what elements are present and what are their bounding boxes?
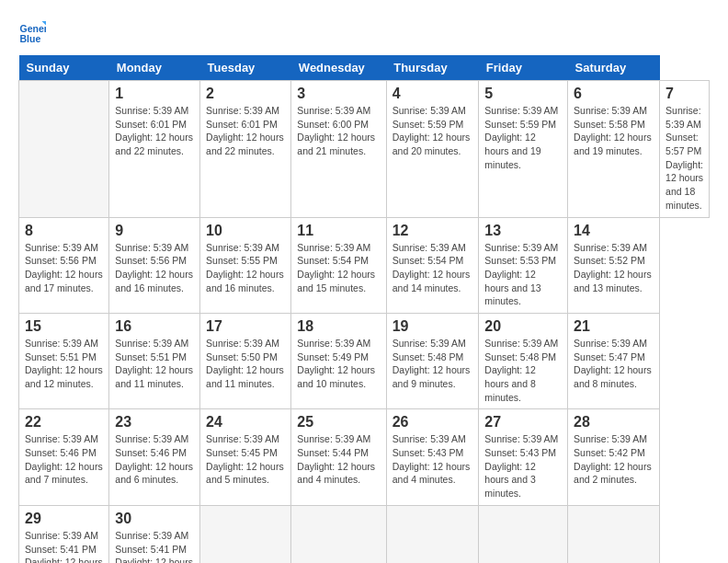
day-info: Sunrise: 5:39 AM Sunset: 5:57 PM Dayligh… <box>665 104 703 213</box>
day-cell-30: 30 Sunrise: 5:39 AM Sunset: 5:41 PM Dayl… <box>109 505 200 563</box>
day-info: Sunrise: 5:39 AM Sunset: 6:01 PM Dayligh… <box>206 104 285 158</box>
day-cell-19: 19 Sunrise: 5:39 AM Sunset: 5:48 PM Dayl… <box>386 313 479 408</box>
day-cell-5: 5 Sunrise: 5:39 AM Sunset: 5:59 PM Dayli… <box>479 81 568 218</box>
day-number: 4 <box>392 86 473 102</box>
day-cell-7: 7 Sunrise: 5:39 AM Sunset: 5:57 PM Dayli… <box>660 81 710 218</box>
day-info: Sunrise: 5:39 AM Sunset: 5:52 PM Dayligh… <box>574 241 654 295</box>
day-info: Sunrise: 5:39 AM Sunset: 5:43 PM Dayligh… <box>484 432 562 500</box>
day-number: 12 <box>392 223 473 239</box>
day-info: Sunrise: 5:39 AM Sunset: 5:45 PM Dayligh… <box>206 432 285 487</box>
col-header-friday: Friday <box>479 55 568 81</box>
day-cell-10: 10 Sunrise: 5:39 AM Sunset: 5:55 PM Dayl… <box>200 217 291 313</box>
day-cell-8: 8 Sunrise: 5:39 AM Sunset: 5:56 PM Dayli… <box>19 217 109 313</box>
day-info: Sunrise: 5:39 AM Sunset: 5:41 PM Dayligh… <box>115 529 194 563</box>
day-number: 8 <box>25 223 103 239</box>
day-cell-14: 14 Sunrise: 5:39 AM Sunset: 5:52 PM Dayl… <box>568 217 660 313</box>
day-info: Sunrise: 5:39 AM Sunset: 5:48 PM Dayligh… <box>484 337 562 404</box>
day-cell-20: 20 Sunrise: 5:39 AM Sunset: 5:48 PM Dayl… <box>479 313 568 408</box>
day-number: 20 <box>484 318 562 335</box>
day-number: 24 <box>206 414 285 431</box>
day-info: Sunrise: 5:39 AM Sunset: 5:54 PM Dayligh… <box>392 241 473 295</box>
empty-cell <box>568 505 660 563</box>
empty-cell <box>291 505 386 563</box>
day-info: Sunrise: 5:39 AM Sunset: 5:51 PM Dayligh… <box>25 337 103 391</box>
day-number: 22 <box>25 414 103 431</box>
day-info: Sunrise: 5:39 AM Sunset: 5:43 PM Dayligh… <box>392 432 473 487</box>
calendar-header-row: SundayMondayTuesdayWednesdayThursdayFrid… <box>19 55 710 81</box>
day-info: Sunrise: 5:39 AM Sunset: 5:49 PM Dayligh… <box>297 337 380 391</box>
day-cell-3: 3 Sunrise: 5:39 AM Sunset: 6:00 PM Dayli… <box>291 81 386 218</box>
day-number: 28 <box>574 414 654 431</box>
day-cell-17: 17 Sunrise: 5:39 AM Sunset: 5:50 PM Dayl… <box>200 313 291 408</box>
day-number: 6 <box>574 86 654 102</box>
day-cell-21: 21 Sunrise: 5:39 AM Sunset: 5:47 PM Dayl… <box>568 313 660 408</box>
day-number: 7 <box>665 86 703 102</box>
day-number: 16 <box>115 318 194 335</box>
day-number: 3 <box>297 86 380 102</box>
day-info: Sunrise: 5:39 AM Sunset: 5:47 PM Dayligh… <box>574 337 654 391</box>
day-cell-24: 24 Sunrise: 5:39 AM Sunset: 5:45 PM Dayl… <box>200 409 291 505</box>
day-cell-25: 25 Sunrise: 5:39 AM Sunset: 5:44 PM Dayl… <box>291 409 386 505</box>
day-number: 2 <box>206 86 285 102</box>
day-info: Sunrise: 5:39 AM Sunset: 6:00 PM Dayligh… <box>297 104 380 158</box>
day-number: 13 <box>484 223 562 239</box>
col-header-saturday: Saturday <box>568 55 660 81</box>
day-info: Sunrise: 5:39 AM Sunset: 5:44 PM Dayligh… <box>297 432 380 487</box>
day-number: 17 <box>206 318 285 335</box>
day-info: Sunrise: 5:39 AM Sunset: 5:46 PM Dayligh… <box>115 432 194 487</box>
day-cell-9: 9 Sunrise: 5:39 AM Sunset: 5:56 PM Dayli… <box>109 217 200 313</box>
day-info: Sunrise: 5:39 AM Sunset: 5:59 PM Dayligh… <box>392 104 473 158</box>
col-header-sunday: Sunday <box>19 55 109 81</box>
day-info: Sunrise: 5:39 AM Sunset: 5:50 PM Dayligh… <box>206 337 285 391</box>
day-cell-6: 6 Sunrise: 5:39 AM Sunset: 5:58 PM Dayli… <box>568 81 660 218</box>
week-row-1: 1 Sunrise: 5:39 AM Sunset: 6:01 PM Dayli… <box>19 81 710 218</box>
day-info: Sunrise: 5:39 AM Sunset: 5:42 PM Dayligh… <box>574 432 654 487</box>
empty-cell <box>386 505 479 563</box>
day-number: 18 <box>297 318 380 335</box>
day-info: Sunrise: 5:39 AM Sunset: 5:51 PM Dayligh… <box>115 337 194 391</box>
day-cell-13: 13 Sunrise: 5:39 AM Sunset: 5:53 PM Dayl… <box>479 217 568 313</box>
day-info: Sunrise: 5:39 AM Sunset: 5:56 PM Dayligh… <box>25 241 103 295</box>
day-info: Sunrise: 5:39 AM Sunset: 5:46 PM Dayligh… <box>25 432 103 487</box>
day-cell-16: 16 Sunrise: 5:39 AM Sunset: 5:51 PM Dayl… <box>109 313 200 408</box>
day-number: 1 <box>115 86 194 102</box>
day-info: Sunrise: 5:39 AM Sunset: 5:48 PM Dayligh… <box>392 337 473 391</box>
empty-cell <box>479 505 568 563</box>
day-number: 26 <box>392 414 473 431</box>
day-cell-28: 28 Sunrise: 5:39 AM Sunset: 5:42 PM Dayl… <box>568 409 660 505</box>
day-number: 10 <box>206 223 285 239</box>
week-row-5: 29 Sunrise: 5:39 AM Sunset: 5:41 PM Dayl… <box>19 505 710 563</box>
day-info: Sunrise: 5:39 AM Sunset: 5:59 PM Dayligh… <box>484 104 562 171</box>
day-info: Sunrise: 5:39 AM Sunset: 5:41 PM Dayligh… <box>25 529 103 563</box>
day-info: Sunrise: 5:39 AM Sunset: 5:56 PM Dayligh… <box>115 241 194 295</box>
day-info: Sunrise: 5:39 AM Sunset: 6:01 PM Dayligh… <box>115 104 194 158</box>
day-number: 23 <box>115 414 194 431</box>
col-header-tuesday: Tuesday <box>200 55 291 81</box>
day-cell-1: 1 Sunrise: 5:39 AM Sunset: 6:01 PM Dayli… <box>109 81 200 218</box>
day-number: 25 <box>297 414 380 431</box>
day-cell-22: 22 Sunrise: 5:39 AM Sunset: 5:46 PM Dayl… <box>19 409 109 505</box>
logo: General Blue <box>18 18 50 46</box>
day-cell-15: 15 Sunrise: 5:39 AM Sunset: 5:51 PM Dayl… <box>19 313 109 408</box>
logo-icon: General Blue <box>18 18 46 46</box>
calendar-table: SundayMondayTuesdayWednesdayThursdayFrid… <box>18 55 710 563</box>
empty-cell <box>200 505 291 563</box>
week-row-2: 8 Sunrise: 5:39 AM Sunset: 5:56 PM Dayli… <box>19 217 710 313</box>
day-number: 11 <box>297 223 380 239</box>
day-cell-4: 4 Sunrise: 5:39 AM Sunset: 5:59 PM Dayli… <box>386 81 479 218</box>
day-number: 29 <box>25 511 103 527</box>
day-number: 19 <box>392 318 473 335</box>
day-number: 9 <box>115 223 194 239</box>
day-cell-23: 23 Sunrise: 5:39 AM Sunset: 5:46 PM Dayl… <box>109 409 200 505</box>
day-number: 5 <box>484 86 562 102</box>
week-row-3: 15 Sunrise: 5:39 AM Sunset: 5:51 PM Dayl… <box>19 313 710 408</box>
day-number: 14 <box>574 223 654 239</box>
day-info: Sunrise: 5:39 AM Sunset: 5:58 PM Dayligh… <box>574 104 654 158</box>
svg-text:Blue: Blue <box>20 33 41 44</box>
day-cell-29: 29 Sunrise: 5:39 AM Sunset: 5:41 PM Dayl… <box>19 505 109 563</box>
week-row-4: 22 Sunrise: 5:39 AM Sunset: 5:46 PM Dayl… <box>19 409 710 505</box>
day-cell-2: 2 Sunrise: 5:39 AM Sunset: 6:01 PM Dayli… <box>200 81 291 218</box>
page-header: General Blue <box>18 18 710 46</box>
day-cell-11: 11 Sunrise: 5:39 AM Sunset: 5:54 PM Dayl… <box>291 217 386 313</box>
day-number: 30 <box>115 511 194 527</box>
